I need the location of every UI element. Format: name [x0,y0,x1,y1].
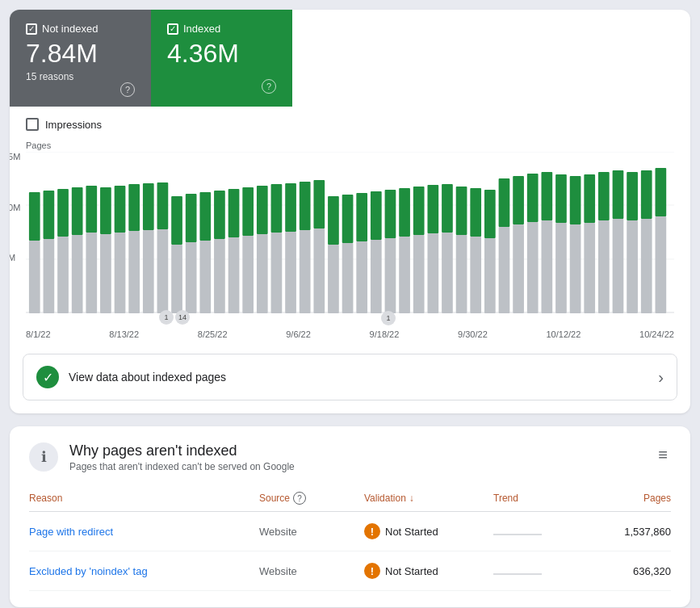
svg-rect-4 [29,241,40,313]
row1-not-started-badge: ! Not Started [364,523,493,539]
svg-rect-63 [228,189,240,237]
chart-y-label: Pages [26,140,674,150]
indexed-help: ? [167,79,276,94]
source-help-icon[interactable]: ? [293,492,306,505]
svg-rect-66 [271,184,283,233]
annotation-badge-1b[interactable]: 1 [381,311,396,325]
not-indexed-help-icon[interactable]: ? [120,82,135,97]
svg-rect-15 [186,242,197,313]
row1-not-started-text: Not Started [385,526,438,538]
annotation-badge-14[interactable]: 14 [175,310,190,325]
svg-rect-60 [186,194,197,242]
not-indexed-sub: 15 reasons [26,71,135,82]
not-indexed-help: ? [26,82,135,97]
indexed-box: Indexed 4.36M ? [151,10,292,107]
svg-rect-16 [199,241,211,313]
row1-reason[interactable]: Page with redirect [29,526,259,538]
filter-icon[interactable]: ≡ [655,442,671,468]
why-header: ℹ Why pages aren't indexed Pages that ar… [29,442,671,472]
not-indexed-value: 7.84M [26,40,135,68]
y-label-10m: 10M [10,203,20,212]
indexed-label-row: Indexed [167,23,276,35]
svg-rect-71 [342,195,354,243]
svg-rect-27 [356,241,367,313]
table-header: Reason Source ? Validation ↓ Trend Pages [29,485,671,512]
chart-area: 15M 10M 5M 0 [26,152,674,313]
impressions-checkbox[interactable] [26,118,39,131]
view-data-text: View data about indexed pages [69,371,226,384]
stats-bar: Not indexed 7.84M 15 reasons ? Indexed 4… [10,10,690,107]
info-icon: ℹ [29,442,58,472]
row2-warning-icon: ! [364,563,380,579]
annotation-badge-1[interactable]: 1 [159,310,174,325]
svg-rect-50 [44,191,55,239]
why-subtitle: Pages that aren't indexed can't be serve… [69,461,295,472]
svg-rect-87 [570,176,581,224]
x-label-5: 9/30/22 [458,329,488,339]
not-indexed-label-row: Not indexed [26,23,135,35]
svg-rect-88 [584,174,595,223]
svg-rect-23 [300,230,311,313]
why-pages-card: ℹ Why pages aren't indexed Pages that ar… [10,426,690,607]
validation-sort-icon: ↓ [409,493,414,504]
svg-rect-49 [29,192,40,241]
col-pages-header: Pages [590,492,671,505]
row2-not-started-text: Not Started [385,565,438,577]
indexed-checkbox[interactable] [167,23,178,35]
svg-rect-77 [427,185,438,233]
svg-rect-35 [470,237,481,313]
svg-rect-76 [413,187,425,235]
svg-rect-37 [499,227,510,313]
impressions-label: Impressions [45,119,102,131]
row2-trend-line [493,573,542,575]
svg-rect-72 [356,193,367,241]
svg-rect-25 [328,245,339,313]
svg-rect-93 [655,168,666,216]
svg-rect-30 [399,237,410,313]
svg-rect-40 [541,220,552,313]
y-label-5m: 5M [10,253,20,262]
indexed-help-icon[interactable]: ? [262,79,276,94]
svg-rect-46 [627,220,638,313]
svg-rect-31 [413,235,425,313]
view-data-row[interactable]: ✓ View data about indexed pages › [23,354,677,400]
annotation-group-1: 1 14 [159,310,190,325]
col-reason-header: Reason [29,492,259,505]
col-pages-label: Pages [643,493,671,504]
not-indexed-checkbox[interactable] [26,23,37,35]
svg-rect-12 [143,230,154,313]
svg-rect-62 [214,191,225,239]
svg-rect-70 [328,196,339,245]
svg-rect-41 [555,223,567,313]
why-title: Why pages aren't indexed [69,442,295,459]
row2-pages: 636,320 [590,565,671,577]
svg-rect-13 [157,229,169,313]
col-validation-header[interactable]: Validation ↓ [364,492,493,505]
x-label-0: 8/1/22 [26,329,51,339]
svg-rect-61 [199,192,211,241]
svg-rect-79 [456,187,467,235]
svg-rect-85 [541,172,552,220]
svg-rect-54 [100,187,111,234]
x-label-4: 9/18/22 [370,329,400,339]
annotation-group-2: 1 [381,310,396,325]
svg-rect-33 [442,233,453,313]
svg-rect-81 [484,190,496,238]
svg-rect-11 [128,231,140,313]
svg-rect-90 [613,170,624,219]
svg-rect-52 [72,187,83,235]
svg-rect-14 [171,245,182,313]
col-source-label: Source [259,493,290,504]
svg-rect-48 [655,216,666,313]
svg-rect-5 [44,239,55,313]
col-source-header: Source ? [259,492,364,505]
row1-source: Website [259,526,364,538]
svg-rect-75 [399,188,410,237]
col-trend-header: Trend [493,492,590,505]
col-reason-label: Reason [29,493,62,504]
svg-rect-73 [371,191,382,240]
row2-reason[interactable]: Excluded by 'noindex' tag [29,565,259,577]
row1-warning-icon: ! [364,523,380,539]
row2-trend [493,565,590,577]
svg-rect-36 [484,238,496,313]
